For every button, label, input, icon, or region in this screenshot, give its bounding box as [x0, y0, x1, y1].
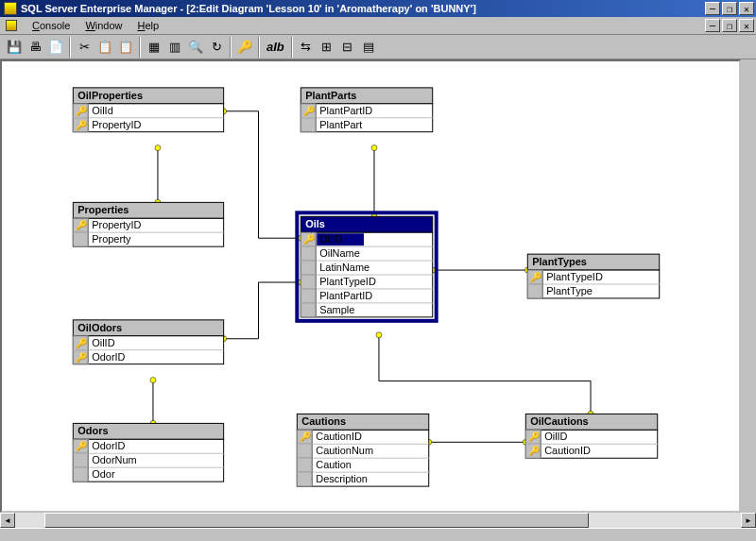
column-name[interactable]: OilID	[92, 337, 114, 348]
relationship-endpoint	[150, 378, 156, 383]
new-table-icon[interactable]: ▥	[164, 37, 185, 58]
close-button[interactable]: ✕	[739, 2, 754, 15]
column-name[interactable]: Property	[92, 233, 131, 245]
table-title: PlantParts	[305, 90, 356, 101]
key-icon: 🔑	[528, 445, 541, 457]
column-name[interactable]: PropertyID	[92, 119, 141, 130]
key-icon: 🔑	[76, 119, 88, 131]
menu-console[interactable]: Console	[25, 18, 77, 33]
arrange-icon[interactable]: ⊞	[317, 37, 337, 58]
key-icon: 🔑	[76, 219, 88, 231]
column-name[interactable]: PlantTypeID	[319, 276, 376, 287]
page-breaks-icon[interactable]: ▤	[358, 37, 379, 58]
column-name[interactable]: LatinName	[319, 262, 369, 273]
window-buttons: ─ ❐ ✕	[705, 2, 756, 15]
key-icon[interactable]: 🔑	[234, 37, 255, 58]
table-Properties[interactable]: Properties🔑PropertyIDProperty	[73, 202, 223, 246]
column-name[interactable]: OilName	[319, 247, 360, 259]
add-table-icon[interactable]: ▦	[144, 37, 164, 58]
table-OilOdors[interactable]: OilOdors🔑OilID🔑OdorID	[73, 320, 223, 364]
zoom-icon[interactable]: 🔍	[185, 37, 206, 58]
maximize-button[interactable]: ❐	[722, 2, 737, 15]
column-name[interactable]: Sample	[319, 304, 354, 315]
mdi-restore-button[interactable]: ❐	[722, 19, 737, 32]
table-Odors[interactable]: Odors🔑OdorIDOdorNumOdor	[73, 423, 223, 482]
table-Cautions[interactable]: Cautions🔑CautionIDCautionNumCautionDescr…	[297, 414, 428, 486]
vertical-scrollbar[interactable]	[741, 59, 756, 513]
column-name[interactable]: OdorNum	[92, 454, 136, 465]
column-name[interactable]: OilID	[544, 431, 567, 442]
key-icon: 🔑	[76, 440, 88, 452]
print-preview-icon[interactable]: 📄	[45, 37, 66, 58]
mdi-icon[interactable]	[4, 18, 19, 33]
key-icon: 🔑	[530, 271, 542, 283]
column-name[interactable]: Caution	[316, 459, 352, 470]
paste-icon[interactable]: 📋	[115, 37, 136, 58]
key-icon: 🔑	[300, 431, 312, 443]
svg-rect-9	[73, 232, 88, 246]
table-OilCautions[interactable]: OilCautions🔑OilID🔑CautionID	[525, 414, 657, 458]
relationship-Oils-OilCautions[interactable]	[379, 335, 591, 414]
save-icon[interactable]: 💾	[4, 37, 25, 58]
status-bar	[0, 528, 756, 541]
text-annotation-icon[interactable]: aIb	[263, 37, 288, 58]
svg-rect-21	[73, 453, 88, 467]
svg-rect-57	[297, 444, 312, 458]
svg-rect-37	[301, 246, 316, 261]
table-title: OilCautions	[530, 415, 588, 427]
scroll-left-button[interactable]: ◄	[0, 513, 15, 528]
relationship-Oils-OilProperties[interactable]	[224, 111, 301, 238]
key-icon: 🔑	[76, 337, 88, 349]
scroll-right-button[interactable]: ►	[741, 513, 756, 528]
table-OilProperties[interactable]: OilProperties🔑OilId🔑PropertyID	[73, 88, 223, 132]
column-name[interactable]: Description	[316, 473, 368, 484]
title-text: SQL Server Enterprise Manager - [2:Edit …	[21, 3, 705, 14]
column-name[interactable]: PlantPart	[319, 119, 362, 130]
column-name[interactable]: OilID	[319, 233, 342, 245]
column-name[interactable]: OilId	[92, 105, 113, 116]
mdi-close-button[interactable]: ✕	[739, 19, 754, 32]
minimize-button[interactable]: ─	[705, 2, 720, 15]
diagram-workspace[interactable]: OilProperties🔑OilId🔑PropertyIDProperties…	[0, 59, 741, 513]
mdi-minimize-button[interactable]: ─	[705, 19, 720, 32]
table-title: PlantTypes	[532, 256, 587, 267]
svg-rect-39	[301, 261, 316, 275]
recalc-icon[interactable]: ↻	[206, 37, 227, 58]
scroll-track[interactable]	[15, 513, 741, 528]
auto-arrange-icon[interactable]: ⊟	[337, 37, 358, 58]
column-name[interactable]: Odor	[92, 468, 115, 480]
column-name[interactable]: PlantPartID	[319, 290, 372, 301]
table-title: Odors	[77, 425, 108, 436]
table-title: OilProperties	[77, 90, 143, 101]
menu-help[interactable]: Help	[130, 18, 167, 33]
scroll-thumb[interactable]	[44, 513, 589, 528]
svg-rect-51	[527, 284, 542, 298]
column-name[interactable]: CautionID	[544, 445, 591, 456]
show-rel-icon[interactable]: ⇆	[296, 37, 317, 58]
toolbar: 💾🖶📄✂📋📋▦▥🔍↻🔑aIb⇆⊞⊟▤	[0, 35, 756, 59]
key-icon: 🔑	[76, 105, 88, 117]
print-icon[interactable]: 🖶	[25, 37, 45, 58]
cut-icon[interactable]: ✂	[74, 37, 94, 58]
menu-bar: Console Window Help ─ ❐ ✕	[0, 17, 756, 35]
table-PlantTypes[interactable]: PlantTypes🔑PlantTypeIDPlantType	[527, 254, 659, 298]
copy-icon[interactable]: 📋	[94, 37, 115, 58]
table-Oils[interactable]: Oils🔑OilIDOilNameLatinNamePlantTypeIDPla…	[297, 212, 436, 321]
table-PlantParts[interactable]: PlantParts🔑PlantPartIDPlantPart	[301, 88, 432, 132]
title-bar: SQL Server Enterprise Manager - [2:Edit …	[0, 0, 756, 17]
column-name[interactable]: PlantPartID	[319, 105, 372, 116]
column-name[interactable]: CautionID	[316, 431, 362, 442]
menu-window[interactable]: Window	[77, 18, 129, 33]
column-name[interactable]: PlantType	[546, 285, 593, 296]
relationship-endpoint	[155, 145, 161, 151]
column-name[interactable]: OdorID	[92, 440, 125, 451]
column-name[interactable]: PlantTypeID	[546, 271, 603, 282]
column-name[interactable]: PropertyID	[92, 219, 141, 230]
table-title: OilOdors	[77, 322, 122, 333]
horizontal-scrollbar[interactable]: ◄ ►	[0, 513, 756, 528]
er-diagram[interactable]: OilProperties🔑OilId🔑PropertyIDProperties…	[2, 61, 739, 511]
column-name[interactable]: OdorID	[92, 351, 125, 363]
relationship-Oils-OilOdors[interactable]	[224, 282, 301, 339]
svg-rect-59	[297, 458, 312, 472]
column-name[interactable]: CautionNum	[316, 445, 373, 456]
